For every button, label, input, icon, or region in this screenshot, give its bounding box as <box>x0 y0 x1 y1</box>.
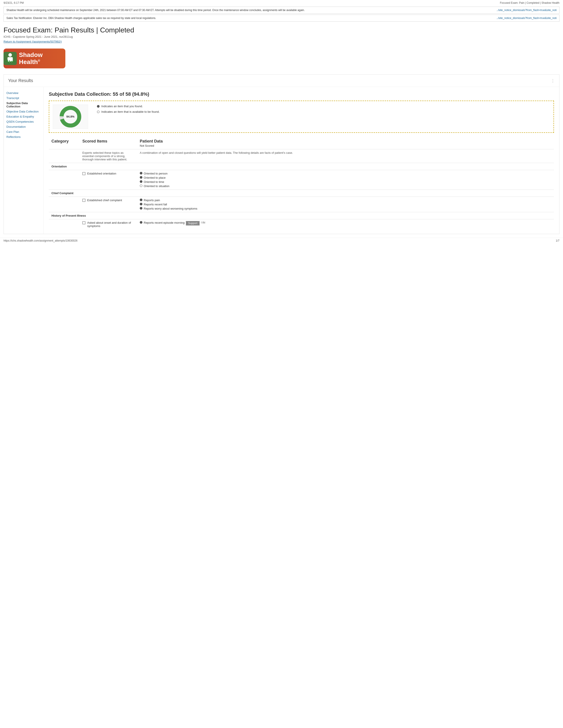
sidebar: Overview Transcript Subjective Data Coll… <box>4 87 43 234</box>
patient-item: Reports recent fall <box>140 203 551 206</box>
sidebar-item-careplan[interactable]: Care Plan <box>6 129 41 134</box>
table-row: Orientation <box>49 163 554 170</box>
svg-point-1 <box>8 53 12 57</box>
page-main-title: Focused Exam: Pain Results | Completed <box>4 26 559 34</box>
col-header-category: Category <box>49 137 80 149</box>
patient-data-label: Oriented to time <box>144 180 164 184</box>
legend-available: Indicates an item that is available to b… <box>97 110 160 113</box>
empty-circle-icon <box>140 184 142 187</box>
sidebar-item-objective[interactable]: Objective Data Collection <box>6 109 41 114</box>
page-title-label: Focused Exam: Pain | Completed | Shadow … <box>500 1 559 4</box>
patient-item: Reports worry about worsening symptoms <box>140 207 551 210</box>
notice-text-2: Sales Tax Notification: Elsevier Inc. DB… <box>6 17 494 20</box>
notice-dismiss-link-2[interactable]: ../site_notice_dismissals?from_flash=tru… <box>497 17 557 20</box>
legend-found: Indicates an item that you found. <box>97 105 160 108</box>
return-to-assignment-link[interactable]: Return to Assignment (/assignments/50799… <box>4 40 62 43</box>
filled-circle-icon <box>140 203 142 205</box>
chief-scored-label: Established chief complaint <box>87 199 122 202</box>
table-row: Chief Complaint <box>49 190 554 197</box>
hpi-patient-list: Reports recent episode morning Support I… <box>140 221 551 225</box>
col-header-scored: Scored Items <box>80 137 137 149</box>
orientation-scored-cell: Established orientation <box>80 170 137 190</box>
checkbox-hpi <box>82 221 85 224</box>
donut-chart-svg: 94.8% <box>59 106 81 128</box>
sidebar-item-education[interactable]: Education & Empathy <box>6 114 41 119</box>
table-desc-row: Experts selected these topics as essenti… <box>49 149 554 163</box>
notice-text-1: Shadow Health will be undergoing schedul… <box>6 9 494 12</box>
legend-items: Indicates an item that you found. Indica… <box>97 105 160 113</box>
chief-complaint-category-cell <box>49 197 80 212</box>
sidebar-item-documentation[interactable]: Documentation <box>6 124 41 129</box>
score-chart: 94.8% <box>53 105 88 129</box>
results-controls: ⋮ <box>551 78 555 83</box>
sidebar-item-reflections[interactable]: Reflections <box>6 134 41 139</box>
available-icon <box>97 111 100 113</box>
legend-found-text: Indicates an item that you found. <box>101 105 143 108</box>
filled-circle-icon <box>140 221 142 224</box>
scored-desc: Experts selected these topics as essenti… <box>80 149 137 163</box>
sidebar-item-overview[interactable]: Overview <box>6 90 41 96</box>
orientation-patient-cell: Oriented to person Oriented to place Ori… <box>137 170 554 190</box>
table-row: History of Present Illness <box>49 212 554 219</box>
hpi-category-cell <box>49 219 80 230</box>
footer-url: https://ichs.shadowhealth.com/assignment… <box>4 239 77 242</box>
logo-text: Shadow Health® <box>19 51 65 66</box>
sidebar-item-qsen[interactable]: QSEN Competencies <box>6 119 41 124</box>
chief-patient-list: Reports pain Reports recent fall Reports… <box>140 199 551 210</box>
filled-circle-icon <box>140 176 142 179</box>
footer-page: 1/7 <box>556 239 559 242</box>
patient-data-label: Oriented to situation <box>144 184 169 188</box>
table-row: Established orientation Oriented to pers… <box>49 170 554 190</box>
data-table: Category Scored Items Patient Data Not S… <box>49 137 554 229</box>
checkbox-orientation <box>82 172 85 175</box>
patient-desc: A combination of open and closed questio… <box>137 149 554 163</box>
checkbox-chief <box>82 199 85 202</box>
filled-circle-icon <box>140 199 142 201</box>
sidebar-item-subjective[interactable]: Subjective Data Collection <box>6 101 41 109</box>
scored-item-hpi: Asked about onset and duration of sympto… <box>82 221 134 228</box>
table-row: Asked about onset and duration of sympto… <box>49 219 554 230</box>
patient-data-label: Reports worry about worsening symptoms <box>144 207 197 210</box>
svg-text:94.8%: 94.8% <box>66 115 75 118</box>
main-section: Subjective Data Collection: 55 of 58 (94… <box>43 87 559 234</box>
notice-dismiss-link-1[interactable]: ../site_notice_dismissals?from_flash=tru… <box>497 9 557 12</box>
results-title: Your Results <box>8 78 33 83</box>
hpi-scored-cell: Asked about onset and duration of sympto… <box>80 219 137 230</box>
patient-item: Oriented to time <box>140 180 551 184</box>
table-row: Established chief complaint Reports pain <box>49 197 554 212</box>
section-heading: Subjective Data Collection: 55 of 58 (94… <box>49 91 554 97</box>
patient-data-label: Oriented to person <box>144 172 167 175</box>
patient-data-label: Reports recent episode morning <box>144 221 184 224</box>
patient-item: Reports pain <box>140 199 551 202</box>
page-subtitle: ICHS - Capstone Spring 2021 - June 2021,… <box>4 35 559 38</box>
chief-complaint-scored-cell: Established chief complaint <box>80 197 137 212</box>
notice-bar-2: Sales Tax Notification: Elsevier Inc. DB… <box>4 15 559 22</box>
scored-item-chief: Established chief complaint <box>82 199 134 202</box>
filled-circle-icon <box>140 207 142 210</box>
logo-inner: Shadow Health® <box>4 49 65 68</box>
patient-data-label: Reports pain <box>144 199 160 202</box>
support-button[interactable]: Support <box>186 221 199 225</box>
page-header: Focused Exam: Pain Results | Completed I… <box>0 23 563 45</box>
patient-item: Reports recent episode morning Support I… <box>140 221 551 225</box>
hpi-scored-label: Asked about onset and duration of sympto… <box>87 221 134 228</box>
patient-data-label: Reports recent fall <box>144 203 167 206</box>
patient-item: Oriented to situation <box>140 184 551 188</box>
category-orientation-header: Orientation <box>49 163 554 170</box>
orientation-patient-list: Oriented to person Oriented to place Ori… <box>140 172 551 188</box>
orientation-category-cell <box>49 170 80 190</box>
logo-icon-svg <box>4 52 17 65</box>
chief-patient-cell: Reports pain Reports recent fall Reports… <box>137 197 554 212</box>
found-icon <box>97 105 100 108</box>
patient-item: Oriented to place <box>140 176 551 179</box>
logo-container: Shadow Health® <box>0 45 563 73</box>
datetime-label: 9/23/21, 6:17 PM <box>4 1 24 4</box>
i-thi-label: I thi <box>201 221 205 224</box>
content-area: Overview Transcript Subjective Data Coll… <box>4 87 559 234</box>
filled-circle-icon <box>140 180 142 183</box>
bottom-bar: https://ichs.shadowhealth.com/assignment… <box>0 238 563 244</box>
main-content: Your Results ⋮ Overview Transcript Subje… <box>4 74 559 234</box>
sidebar-item-transcript[interactable]: Transcript <box>6 96 41 101</box>
logo-box: Shadow Health® <box>4 49 65 68</box>
results-header: Your Results ⋮ <box>4 75 559 87</box>
